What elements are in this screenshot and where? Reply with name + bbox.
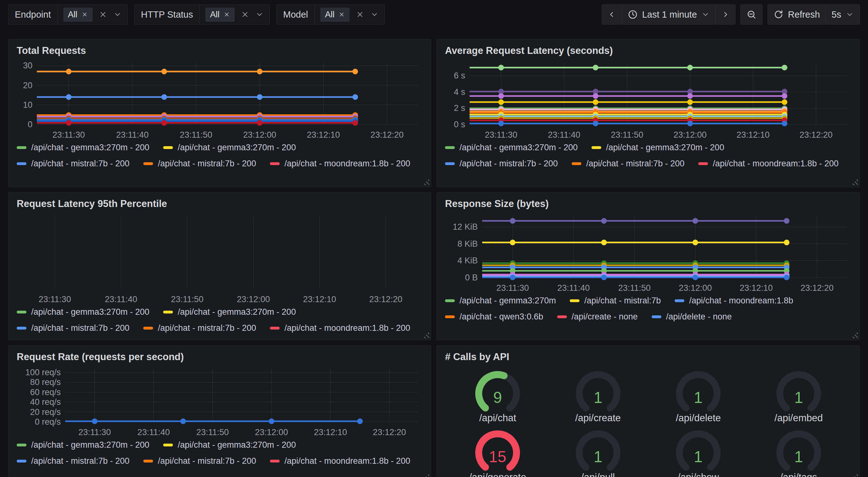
legend-item[interactable]: /api/chat - gemma3:270m - 200 bbox=[17, 440, 149, 450]
chart-canvas[interactable]: 0 B4 KiB8 KiB12 KiB23:11:3023:11:4023:11… bbox=[443, 213, 852, 294]
panel-title[interactable]: Request Latency 95th Percentile bbox=[8, 192, 431, 212]
data-point bbox=[784, 274, 789, 280]
refresh-interval-picker[interactable]: 5s bbox=[826, 5, 860, 24]
filter-label: Model bbox=[277, 5, 315, 24]
filter-value-picker[interactable]: All bbox=[315, 5, 384, 24]
chart-canvas[interactable]: 0 s2 s4 s6 s23:11:3023:11:4023:11:5023:1… bbox=[443, 60, 852, 141]
legend-item[interactable]: /api/chat - moondream:1.8b - 200 bbox=[270, 456, 410, 466]
legend-item[interactable]: /api/chat - mistral:7b bbox=[570, 296, 661, 306]
gauge-value: 1 bbox=[794, 448, 803, 466]
legend-item[interactable]: /api/chat - gemma3:270m - 200 bbox=[445, 143, 578, 152]
chevron-down-icon bbox=[846, 10, 854, 19]
panel-title[interactable]: # Calls by API bbox=[437, 346, 860, 365]
series bbox=[482, 218, 789, 280]
legend-item[interactable]: /api/chat - mistral:7b - 200 bbox=[17, 323, 129, 333]
remove-chip-icon[interactable] bbox=[339, 11, 345, 18]
legend-label: /api/chat - gemma3:270m - 200 bbox=[31, 440, 149, 450]
x-axis-tick-label: 23:11:50 bbox=[180, 130, 212, 140]
filter-chip[interactable]: All bbox=[205, 7, 235, 22]
filter-value-picker[interactable]: All bbox=[58, 5, 127, 24]
clear-all-icon[interactable] bbox=[241, 10, 249, 19]
panel-resize-handle[interactable] bbox=[422, 473, 429, 477]
legend-item[interactable]: /api/chat - mistral:7b - 200 bbox=[143, 323, 256, 333]
timeseries-chart[interactable]: 23:11:3023:11:4023:11:5023:12:0023:12:10… bbox=[15, 213, 425, 306]
legend-item[interactable]: /api/create - none bbox=[557, 312, 638, 322]
legend-item[interactable]: /api/chat - moondream:1.8b bbox=[675, 296, 793, 306]
timeseries-chart[interactable]: 0 s2 s4 s6 s23:11:3023:11:4023:11:5023:1… bbox=[443, 60, 853, 142]
legend-label: /api/chat - mistral:7b - 200 bbox=[31, 456, 129, 466]
series-color-swatch bbox=[17, 327, 27, 330]
legend-item[interactable]: /api/chat - gemma3:270m - 200 bbox=[591, 143, 724, 152]
legend-item[interactable]: /api/chat - qwen3:0.6b bbox=[445, 312, 543, 322]
clock-icon bbox=[628, 9, 638, 20]
chevron-down-icon[interactable] bbox=[370, 10, 378, 19]
legend-item[interactable]: /api/chat - gemma3:270m - 200 bbox=[163, 307, 296, 317]
legend-item[interactable]: /api/chat - gemma3:270m - 200 bbox=[163, 143, 296, 152]
remove-chip-icon[interactable] bbox=[224, 11, 230, 18]
data-point bbox=[687, 121, 693, 126]
panel-title[interactable]: Total Requests bbox=[8, 39, 431, 59]
timeseries-chart[interactable]: 0 req/s20 req/s40 req/s60 req/s80 req/s1… bbox=[15, 366, 425, 440]
legend-item[interactable]: /api/chat - gemma3:270m - 200 bbox=[17, 143, 149, 152]
panel-resize-handle[interactable] bbox=[422, 178, 429, 185]
time-shift-back-button[interactable] bbox=[602, 5, 622, 24]
legend-item[interactable]: /api/chat - mistral:7b - 200 bbox=[143, 456, 256, 466]
filter-value-picker[interactable]: All bbox=[200, 5, 269, 24]
legend-item[interactable]: /api/chat - mistral:7b - 200 bbox=[17, 456, 129, 466]
x-axis-tick-label: 23:11:30 bbox=[79, 427, 111, 437]
legend-item[interactable]: /api/chat - mistral:7b - 200 bbox=[445, 159, 558, 169]
chevron-down-icon[interactable] bbox=[255, 10, 264, 19]
clear-all-icon[interactable] bbox=[99, 10, 107, 19]
legend-item[interactable]: /api/chat - moondream:1.8b - 200 bbox=[270, 159, 410, 169]
y-axis-tick-label: 4 KiB bbox=[457, 256, 478, 265]
remove-chip-icon[interactable] bbox=[82, 11, 88, 18]
panel-resize-handle[interactable] bbox=[851, 331, 858, 338]
clear-all-icon[interactable] bbox=[356, 10, 364, 19]
filter-label: HTTP Status bbox=[135, 5, 200, 24]
data-point bbox=[784, 240, 789, 245]
panel-title[interactable]: Request Rate (requests per second) bbox=[8, 346, 431, 365]
series-color-swatch bbox=[571, 162, 581, 165]
panel-resize-handle[interactable] bbox=[851, 178, 858, 185]
gauge-value: 9 bbox=[493, 389, 502, 407]
legend-item[interactable]: /api/chat - moondream:1.8b - 200 bbox=[698, 159, 838, 169]
gauge-label: /api/generate bbox=[469, 472, 526, 477]
filter-http-status: HTTP Status All bbox=[134, 4, 270, 25]
legend-item[interactable]: /api/chat - mistral:7b - 200 bbox=[571, 159, 684, 169]
chart-canvas[interactable]: 0 req/s20 req/s40 req/s60 req/s80 req/s1… bbox=[15, 366, 423, 438]
refresh-group: Refresh 5s bbox=[768, 4, 860, 25]
data-point bbox=[257, 120, 263, 126]
y-axis-tick-label: 80 req/s bbox=[30, 378, 61, 387]
y-axis-tick-label: 100 req/s bbox=[25, 368, 61, 377]
legend-item[interactable]: /api/chat - mistral:7b - 200 bbox=[17, 159, 129, 169]
timeseries-chart[interactable]: 0 B4 KiB8 KiB12 KiB23:11:3023:11:4023:11… bbox=[443, 213, 853, 295]
panel-title[interactable]: Average Request Latency (seconds) bbox=[437, 39, 860, 59]
x-axis-tick-label: 23:11:50 bbox=[618, 283, 651, 293]
refresh-button[interactable]: Refresh bbox=[768, 5, 826, 24]
legend-label: /api/chat - moondream:1.8b - 200 bbox=[284, 456, 410, 466]
data-point bbox=[161, 69, 167, 74]
zoom-out-time-button[interactable] bbox=[741, 5, 762, 24]
time-shift-forward-button[interactable] bbox=[715, 5, 735, 24]
legend-item[interactable]: /api/chat - moondream:1.8b - 200 bbox=[270, 323, 410, 333]
legend-item[interactable]: /api/chat - gemma3:270m bbox=[445, 296, 556, 306]
chart-canvas[interactable]: 010203023:11:3023:11:4023:11:5023:12:002… bbox=[15, 60, 423, 141]
x-grid: 23:11:3023:11:4023:11:5023:12:0023:12:10… bbox=[485, 63, 832, 140]
panel-title[interactable]: Response Size (bytes) bbox=[437, 192, 860, 212]
chart-canvas[interactable]: 23:11:3023:11:4023:11:5023:12:0023:12:10… bbox=[15, 213, 423, 305]
data-point bbox=[92, 418, 98, 424]
legend-item[interactable]: /api/chat - mistral:7b - 200 bbox=[143, 159, 256, 169]
filter-chip[interactable]: All bbox=[63, 7, 93, 22]
timeseries-chart[interactable]: 010203023:11:3023:11:4023:11:5023:12:002… bbox=[15, 60, 425, 142]
panel-response-size: Response Size (bytes) 0 B4 KiB8 KiB12 Ki… bbox=[436, 192, 860, 340]
data-point bbox=[257, 94, 263, 100]
chevron-down-icon[interactable] bbox=[113, 10, 122, 19]
filter-chip[interactable]: All bbox=[320, 7, 350, 22]
time-range-picker[interactable]: Last 1 minute bbox=[622, 5, 715, 24]
legend-item[interactable]: /api/delete - none bbox=[652, 312, 732, 322]
data-point bbox=[601, 218, 607, 224]
panel-average-request-latency: Average Request Latency (seconds) 0 s2 s… bbox=[436, 39, 860, 187]
legend-item[interactable]: /api/chat - gemma3:270m - 200 bbox=[163, 440, 296, 450]
gauge-value: 1 bbox=[694, 448, 703, 466]
legend-item[interactable]: /api/chat - gemma3:270m - 200 bbox=[17, 307, 149, 317]
